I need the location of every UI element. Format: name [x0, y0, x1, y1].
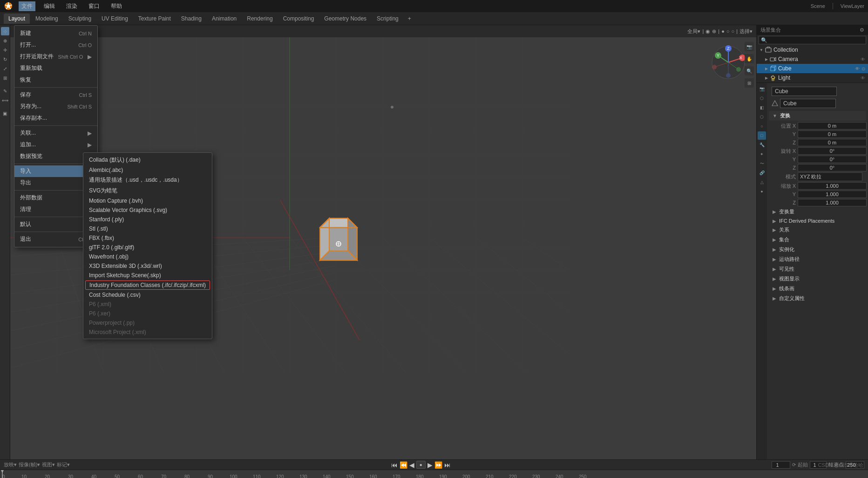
- prop-object-icon[interactable]: □: [758, 131, 766, 140]
- menu-help[interactable]: 帮助: [108, 1, 125, 11]
- shading-material[interactable]: ○: [726, 28, 730, 34]
- tab-layout[interactable]: Layout: [4, 14, 30, 24]
- outliner-item-camera[interactable]: ▶ Camera 👁: [757, 55, 868, 64]
- rotation-z-input[interactable]: [798, 164, 867, 171]
- add-workspace-button[interactable]: +: [404, 14, 415, 24]
- tab-scripting[interactable]: Scripting: [372, 14, 403, 24]
- position-x-input[interactable]: [798, 122, 867, 130]
- rotate-tool[interactable]: ↻: [1, 55, 9, 63]
- object-name-input[interactable]: [772, 87, 837, 96]
- prop-physics-icon[interactable]: 〜: [758, 159, 766, 168]
- tab-compositing[interactable]: Compositing: [278, 14, 319, 24]
- cursor-tool[interactable]: ⊕: [1, 36, 9, 45]
- prop-constraints-icon[interactable]: 🔗: [758, 169, 766, 177]
- viewport-mode[interactable]: 选择▾: [739, 28, 753, 35]
- import-usd[interactable]: 通用场景描述（.usd，.usdc，.usda）: [83, 175, 212, 185]
- import-svg-grease[interactable]: SVG为蜡笔: [83, 185, 212, 196]
- prop-particles-icon[interactable]: ✦: [758, 150, 766, 158]
- import-csv[interactable]: Cost Schedule (.csv): [83, 290, 212, 300]
- add-cube-tool[interactable]: ▣: [1, 109, 9, 117]
- import-submenu[interactable]: Collada (默认) (.dae) Alembic(.abc) 通用场景描述…: [83, 152, 212, 339]
- tab-shading[interactable]: Shading: [176, 14, 206, 24]
- timeline-frame-menu[interactable]: 报像(帧)▾: [19, 461, 40, 468]
- import-alembic[interactable]: Alembic(.abc): [83, 165, 212, 175]
- hand-tool-icon[interactable]: ✋: [745, 54, 754, 63]
- prev-frame-button[interactable]: ⏪: [400, 461, 407, 469]
- rotation-x-input[interactable]: [798, 147, 867, 155]
- menu-revert[interactable]: 重新加载: [14, 62, 97, 74]
- stop-button[interactable]: ●: [416, 461, 426, 469]
- global-local-toggle[interactable]: 全局▾: [687, 28, 700, 35]
- rotation-mode-dropdown[interactable]: XYZ 欧拉: [798, 172, 862, 181]
- select-tool[interactable]: ⊹: [1, 27, 9, 35]
- zoom-in-icon[interactable]: 🔍: [745, 66, 754, 75]
- scale-y-input[interactable]: [798, 191, 867, 198]
- prop-render-icon[interactable]: 📷: [758, 85, 766, 93]
- shading-rendered[interactable]: ○: [731, 28, 734, 34]
- light-hide-icon[interactable]: 👁: [861, 75, 865, 81]
- motion-paths-section[interactable]: ▶ 运动路径: [769, 254, 866, 264]
- tab-modeling[interactable]: Modeling: [31, 14, 63, 24]
- jump-start-button[interactable]: ⏮: [391, 461, 398, 469]
- import-ply[interactable]: Stanford (.ply): [83, 215, 212, 224]
- outliner-search-input[interactable]: [759, 36, 866, 44]
- shading-solid[interactable]: ●: [721, 28, 725, 34]
- position-z-input[interactable]: [798, 139, 867, 146]
- prop-data-icon[interactable]: △: [758, 178, 766, 186]
- transform-tool[interactable]: ⊞: [1, 74, 9, 82]
- play-reverse-button[interactable]: ◀: [409, 461, 414, 469]
- filter-icon[interactable]: ⚙: [860, 27, 864, 33]
- scale-z-input[interactable]: [798, 199, 867, 206]
- tab-texture-paint[interactable]: Texture Paint: [134, 14, 176, 24]
- timeline-view-menu[interactable]: 视图▾: [42, 461, 55, 468]
- camera-view-icon[interactable]: 📷: [745, 42, 754, 51]
- next-frame-button[interactable]: ⏩: [434, 461, 442, 469]
- fps-indicator[interactable]: ⟳: [792, 462, 796, 467]
- prop-material-icon[interactable]: ●: [758, 187, 766, 196]
- import-ifc[interactable]: Industry Foundation Classes (.ifc/.ifczi…: [85, 280, 210, 290]
- cube-hide-icon[interactable]: 👁: [855, 66, 860, 71]
- rotation-y-input[interactable]: [798, 156, 867, 163]
- menu-recover[interactable]: 恢复: [14, 74, 97, 86]
- viewport-gizmos[interactable]: ⊕: [712, 28, 716, 34]
- menu-append[interactable]: 追加... ▶: [14, 139, 97, 150]
- camera-hide-icon[interactable]: 👁: [861, 57, 865, 62]
- tab-animation[interactable]: Animation: [207, 14, 241, 24]
- transform-delta-section[interactable]: ▶ 变换量: [769, 207, 866, 217]
- import-svg[interactable]: Scalable Vector Graphics (.svg): [83, 205, 212, 215]
- outliner-item-light[interactable]: ▶ Light 👁: [757, 73, 868, 82]
- viewport-overlays[interactable]: ◉: [705, 28, 710, 34]
- transform-section-header[interactable]: ▼ 变换: [769, 111, 866, 121]
- navigation-gizmo[interactable]: X Y Z: [710, 44, 747, 81]
- import-gltf[interactable]: glTF 2.0 (.glb/.gltf): [83, 243, 212, 252]
- tab-rendering[interactable]: Rendering: [242, 14, 277, 24]
- viewport-display-section[interactable]: ▶ 视图显示: [769, 274, 866, 284]
- import-stl[interactable]: Stl (.stl): [83, 224, 212, 233]
- tab-sculpting[interactable]: Sculpting: [64, 14, 96, 24]
- play-button[interactable]: ▶: [427, 461, 433, 469]
- timeline-playback-menu[interactable]: 放映▾: [4, 461, 17, 468]
- tab-uv-editing[interactable]: UV Editing: [97, 14, 133, 24]
- tab-geometry-nodes[interactable]: Geometry Nodes: [319, 14, 371, 24]
- import-x3d[interactable]: X3D Extensible 3D (.x3d/.wrl): [83, 261, 212, 271]
- annotate-tool[interactable]: ✎: [1, 87, 9, 95]
- menu-window[interactable]: 窗口: [86, 1, 102, 11]
- menu-file[interactable]: 文件: [19, 1, 35, 11]
- timeline-ruler[interactable]: 0 10 20 30 40 50 60 70 80 90 1: [0, 470, 868, 478]
- collection-section[interactable]: ▶ 集合: [769, 235, 866, 245]
- menu-save-copy[interactable]: 保存副本...: [14, 112, 97, 124]
- menu-link[interactable]: 关联... ▶: [14, 127, 97, 139]
- import-sketchup[interactable]: Import Sketchup Scene(.skp): [83, 271, 212, 280]
- blender-logo[interactable]: [4, 1, 13, 11]
- scale-x-input[interactable]: [798, 182, 867, 190]
- menu-open-recent[interactable]: 打开近期文件 Shift Ctrl O ▶: [14, 51, 97, 62]
- jump-end-button[interactable]: ⏭: [444, 461, 451, 469]
- position-y-input[interactable]: [798, 130, 867, 138]
- import-obj[interactable]: Wavefront (.obj): [83, 252, 212, 261]
- scale-tool[interactable]: ⤢: [1, 64, 9, 73]
- prop-world-icon[interactable]: ○: [758, 122, 766, 130]
- menu-save[interactable]: 保存 Ctrl S: [14, 89, 97, 101]
- menu-render[interactable]: 渲染: [63, 1, 80, 11]
- cube-render-icon[interactable]: ⊙: [861, 66, 865, 71]
- move-tool[interactable]: ✛: [1, 46, 9, 54]
